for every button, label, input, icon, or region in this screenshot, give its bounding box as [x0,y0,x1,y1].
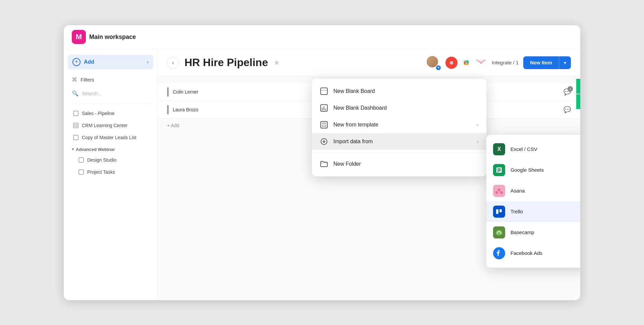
board-icon [73,111,78,116]
sidebar-item-master-leads[interactable]: Copy of Master Leads List [64,132,157,143]
import-item-google-sheets[interactable]: Google Sheets [486,160,580,180]
import-item-asana[interactable]: Asana [486,180,580,201]
dashboard-icon [73,123,78,128]
add-button[interactable]: + Add › [68,55,153,69]
blank-dashboard-icon [320,104,328,112]
dropdown-arrow-icon[interactable]: ▾ [559,57,571,69]
page-title: HR Hire Pipeline [184,56,268,69]
facebook-icon [493,247,505,259]
import-item-label: Facebook Ads [511,250,542,256]
svg-point-22 [498,188,500,191]
top-bar: M Main workspace [64,25,580,49]
menu-item-label: New Folder [333,161,478,167]
menu-item-new-from-template[interactable]: New from template › [312,116,486,133]
folder-icon [320,160,328,168]
import-item-label: Trello [511,209,523,214]
svg-rect-13 [322,108,323,110]
green-bar [576,79,580,94]
svg-rect-26 [499,209,502,212]
sidebar-item-crm-learning[interactable]: CRM Learning Center [64,120,157,131]
import-submenu-menu: X Excel / CSV Google Sheets [486,135,580,268]
sidebar-item-sales-pipeline[interactable]: Sales - Pipeline [64,108,157,119]
row-color-bar [167,105,169,114]
svg-rect-0 [462,58,471,67]
new-item-button[interactable]: New Item ▾ [523,56,571,69]
submenu-arrow-icon: › [477,122,478,127]
menu-item-label: New from template [333,122,471,128]
workspace-name: Main workspace [89,34,136,41]
menu-item-import-data[interactable]: Import data from › [312,133,486,150]
main-content: + Add › ⌘ Filters 🔍 Search... Sales - Pi… [64,49,580,300]
board-label: Project Tasks [87,169,115,175]
import-item-label: Google Sheets [511,167,544,173]
submenu-arrow-icon: › [477,139,478,144]
svg-rect-8 [464,63,469,65]
menu-item-new-blank-board[interactable]: New Blank Board [312,83,486,100]
import-item-basecamp[interactable]: Basecamp [486,222,580,243]
sidebar-item-project-tasks[interactable]: Project Tasks [64,167,157,177]
back-button[interactable]: ‹ [167,57,179,69]
import-item-trello[interactable]: Trello [486,201,580,222]
sidebar-section-advanced-webinar[interactable]: ▾ Advanced Webinar [64,144,157,153]
excel-icon: X [493,143,505,155]
import-item-label: Excel / CSV [511,146,537,152]
svg-rect-17 [322,122,326,124]
board-label: Sales - Pipeline [82,111,114,116]
import-item-label: Basecamp [511,229,534,235]
chat-icon[interactable]: 💬 [564,106,571,113]
app-logo[interactable]: M [72,30,86,44]
search-label: Search... [82,91,102,96]
view-badge: 👁 [435,65,441,71]
gmail-icon[interactable] [475,57,487,69]
blank-board-icon [320,88,328,95]
sidebar-divider [69,104,152,104]
svg-rect-19 [324,125,326,127]
menu-item-label: New Blank Board [333,88,478,94]
row-color-bar [167,87,169,97]
logo-area: M Main workspace [72,30,152,44]
content-area: ‹ HR Hire Pipeline ★ 👁 ⊕ [158,49,580,300]
chevron-right-icon: › [147,59,149,65]
basecamp-icon [493,226,505,238]
menu-item-new-blank-dashboard[interactable]: New Blank Dashboard [312,100,486,116]
svg-rect-11 [321,90,327,91]
import-icon [320,138,328,145]
svg-point-23 [495,191,498,194]
sidebar: + Add › ⌘ Filters 🔍 Search... Sales - Pi… [64,49,158,300]
svg-rect-18 [322,125,324,127]
board-label: Design Studio [87,157,116,163]
svg-rect-25 [496,209,498,214]
slack-icon[interactable] [460,57,472,69]
add-circle-icon: + [72,58,80,66]
menu-item-label: New Blank Dashboard [333,105,478,111]
menu-item-label: Import data from [333,139,471,145]
add-label: Add [84,59,94,65]
monday-icon[interactable]: ⊕ [445,57,458,69]
svg-point-7 [464,60,466,62]
integrate-label: Integrate / 1 [492,60,519,65]
search-icon: 🔍 [72,90,78,97]
content-header: ‹ HR Hire Pipeline ★ 👁 ⊕ [158,49,580,76]
template-icon [320,121,328,128]
sidebar-item-design-studio[interactable]: Design Studio [64,155,157,165]
svg-rect-10 [321,88,327,95]
board-label: Copy of Master Leads List [82,135,137,140]
svg-point-24 [500,191,503,194]
header-right: 👁 ⊕ [426,55,571,70]
import-item-label: Asana [511,188,525,194]
green-bars [576,79,580,110]
menu-item-new-folder[interactable]: New Folder [312,156,486,172]
import-item-facebook[interactable]: Facebook Ads [486,243,580,264]
sidebar-item-search[interactable]: 🔍 Search... [64,87,157,100]
import-item-excel[interactable]: X Excel / CSV [486,139,580,160]
board-icon [73,135,78,140]
board-icon [78,157,84,163]
google-sheets-icon [493,164,505,176]
trello-icon [493,206,505,218]
menu-separator [312,153,486,153]
sidebar-item-filters[interactable]: ⌘ Filters [64,73,157,86]
chat-icon-container[interactable]: 💬 1 [564,88,571,96]
filter-icon: ⌘ [72,76,77,83]
svg-rect-14 [323,106,325,110]
star-icon[interactable]: ★ [273,58,280,67]
